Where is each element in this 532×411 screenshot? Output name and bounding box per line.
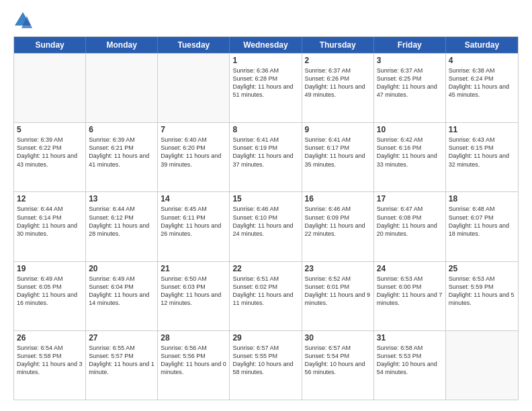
cell-info: Sunrise: 6:50 AMSunset: 6:03 PMDaylight:… bbox=[161, 275, 226, 308]
day-number: 19 bbox=[17, 264, 83, 273]
calendar-cell: 2Sunrise: 6:37 AMSunset: 6:26 PMDaylight… bbox=[302, 54, 374, 122]
cell-info: Sunrise: 6:54 AMSunset: 5:58 PMDaylight:… bbox=[17, 344, 83, 377]
day-number: 18 bbox=[449, 194, 515, 203]
day-number: 22 bbox=[232, 264, 298, 273]
calendar-cell: 13Sunrise: 6:44 AMSunset: 6:12 PMDayligh… bbox=[86, 192, 158, 261]
calendar-cell bbox=[446, 331, 518, 400]
cell-info: Sunrise: 6:49 AMSunset: 6:04 PMDaylight:… bbox=[89, 275, 154, 308]
calendar-cell: 11Sunrise: 6:43 AMSunset: 6:15 PMDayligh… bbox=[446, 123, 518, 191]
calendar-cell: 21Sunrise: 6:50 AMSunset: 6:03 PMDayligh… bbox=[158, 262, 230, 330]
cell-info: Sunrise: 6:46 AMSunset: 6:10 PMDaylight:… bbox=[232, 205, 298, 238]
calendar-cell: 7Sunrise: 6:40 AMSunset: 6:20 PMDaylight… bbox=[158, 123, 230, 191]
cell-info: Sunrise: 6:53 AMSunset: 5:59 PMDaylight:… bbox=[449, 275, 515, 308]
calendar-cell: 6Sunrise: 6:39 AMSunset: 6:21 PMDaylight… bbox=[86, 123, 158, 191]
calendar-body: 1Sunrise: 6:36 AMSunset: 6:28 PMDaylight… bbox=[14, 53, 518, 400]
calendar-row-5: 26Sunrise: 6:54 AMSunset: 5:58 PMDayligh… bbox=[14, 330, 518, 400]
calendar-cell: 25Sunrise: 6:53 AMSunset: 5:59 PMDayligh… bbox=[446, 262, 518, 330]
cell-info: Sunrise: 6:48 AMSunset: 6:07 PMDaylight:… bbox=[449, 205, 515, 238]
day-number: 1 bbox=[232, 56, 298, 65]
day-number: 10 bbox=[377, 125, 443, 134]
day-number: 24 bbox=[377, 264, 443, 273]
calendar-cell: 5Sunrise: 6:39 AMSunset: 6:22 PMDaylight… bbox=[14, 123, 86, 191]
header-day-tuesday: Tuesday bbox=[158, 37, 230, 53]
calendar-row-1: 1Sunrise: 6:36 AMSunset: 6:28 PMDaylight… bbox=[14, 53, 518, 122]
calendar-cell bbox=[86, 54, 158, 122]
cell-info: Sunrise: 6:56 AMSunset: 5:56 PMDaylight:… bbox=[161, 344, 226, 377]
cell-info: Sunrise: 6:44 AMSunset: 6:14 PMDaylight:… bbox=[17, 205, 83, 238]
calendar-row-2: 5Sunrise: 6:39 AMSunset: 6:22 PMDaylight… bbox=[14, 122, 518, 191]
day-number: 17 bbox=[377, 194, 443, 203]
day-number: 21 bbox=[161, 264, 226, 273]
day-number: 20 bbox=[89, 264, 154, 273]
calendar-cell: 23Sunrise: 6:52 AMSunset: 6:01 PMDayligh… bbox=[302, 262, 374, 330]
calendar-header: SundayMondayTuesdayWednesdayThursdayFrid… bbox=[14, 37, 518, 53]
logo-icon bbox=[13, 11, 32, 30]
cell-info: Sunrise: 6:55 AMSunset: 5:57 PMDaylight:… bbox=[89, 344, 154, 377]
day-number: 16 bbox=[305, 194, 371, 203]
header-day-monday: Monday bbox=[86, 37, 158, 53]
day-number: 11 bbox=[449, 125, 515, 134]
day-number: 27 bbox=[89, 333, 154, 342]
day-number: 2 bbox=[305, 56, 371, 65]
cell-info: Sunrise: 6:52 AMSunset: 6:01 PMDaylight:… bbox=[305, 275, 371, 308]
calendar-cell: 16Sunrise: 6:46 AMSunset: 6:09 PMDayligh… bbox=[302, 192, 374, 261]
header-day-sunday: Sunday bbox=[14, 37, 86, 53]
calendar-cell: 4Sunrise: 6:38 AMSunset: 6:24 PMDaylight… bbox=[446, 54, 518, 122]
calendar-cell: 17Sunrise: 6:47 AMSunset: 6:08 PMDayligh… bbox=[374, 192, 446, 261]
calendar-cell: 27Sunrise: 6:55 AMSunset: 5:57 PMDayligh… bbox=[86, 331, 158, 400]
cell-info: Sunrise: 6:57 AMSunset: 5:55 PMDaylight:… bbox=[232, 344, 298, 377]
day-number: 4 bbox=[449, 56, 515, 65]
calendar-cell: 1Sunrise: 6:36 AMSunset: 6:28 PMDaylight… bbox=[230, 54, 302, 122]
header bbox=[13, 11, 519, 30]
calendar-cell: 19Sunrise: 6:49 AMSunset: 6:05 PMDayligh… bbox=[14, 262, 86, 330]
header-day-wednesday: Wednesday bbox=[230, 37, 302, 53]
day-number: 14 bbox=[161, 194, 226, 203]
calendar-row-4: 19Sunrise: 6:49 AMSunset: 6:05 PMDayligh… bbox=[14, 261, 518, 330]
cell-info: Sunrise: 6:44 AMSunset: 6:12 PMDaylight:… bbox=[89, 205, 154, 238]
cell-info: Sunrise: 6:43 AMSunset: 6:15 PMDaylight:… bbox=[449, 136, 515, 169]
cell-info: Sunrise: 6:37 AMSunset: 6:25 PMDaylight:… bbox=[377, 66, 443, 99]
calendar-cell: 10Sunrise: 6:42 AMSunset: 6:16 PMDayligh… bbox=[374, 123, 446, 191]
calendar-cell: 14Sunrise: 6:45 AMSunset: 6:11 PMDayligh… bbox=[158, 192, 230, 261]
day-number: 15 bbox=[232, 194, 298, 203]
calendar-cell: 26Sunrise: 6:54 AMSunset: 5:58 PMDayligh… bbox=[14, 331, 86, 400]
day-number: 5 bbox=[17, 125, 83, 134]
cell-info: Sunrise: 6:41 AMSunset: 6:17 PMDaylight:… bbox=[305, 136, 371, 169]
day-number: 6 bbox=[89, 125, 154, 134]
calendar-cell: 29Sunrise: 6:57 AMSunset: 5:55 PMDayligh… bbox=[230, 331, 302, 400]
calendar-cell: 8Sunrise: 6:41 AMSunset: 6:19 PMDaylight… bbox=[230, 123, 302, 191]
day-number: 26 bbox=[17, 333, 83, 342]
day-number: 8 bbox=[232, 125, 298, 134]
day-number: 13 bbox=[89, 194, 154, 203]
calendar-cell: 12Sunrise: 6:44 AMSunset: 6:14 PMDayligh… bbox=[14, 192, 86, 261]
cell-info: Sunrise: 6:39 AMSunset: 6:22 PMDaylight:… bbox=[17, 136, 83, 169]
calendar-cell: 22Sunrise: 6:51 AMSunset: 6:02 PMDayligh… bbox=[230, 262, 302, 330]
calendar-cell: 18Sunrise: 6:48 AMSunset: 6:07 PMDayligh… bbox=[446, 192, 518, 261]
day-number: 12 bbox=[17, 194, 83, 203]
calendar-cell: 3Sunrise: 6:37 AMSunset: 6:25 PMDaylight… bbox=[374, 54, 446, 122]
cell-info: Sunrise: 6:42 AMSunset: 6:16 PMDaylight:… bbox=[377, 136, 443, 169]
day-number: 28 bbox=[161, 333, 226, 342]
header-day-saturday: Saturday bbox=[446, 37, 518, 53]
cell-info: Sunrise: 6:46 AMSunset: 6:09 PMDaylight:… bbox=[305, 205, 371, 238]
cell-info: Sunrise: 6:41 AMSunset: 6:19 PMDaylight:… bbox=[232, 136, 298, 169]
calendar-cell: 28Sunrise: 6:56 AMSunset: 5:56 PMDayligh… bbox=[158, 331, 230, 400]
cell-info: Sunrise: 6:49 AMSunset: 6:05 PMDaylight:… bbox=[17, 275, 83, 308]
calendar-cell: 15Sunrise: 6:46 AMSunset: 6:10 PMDayligh… bbox=[230, 192, 302, 261]
calendar-cell: 24Sunrise: 6:53 AMSunset: 6:00 PMDayligh… bbox=[374, 262, 446, 330]
calendar-cell: 31Sunrise: 6:58 AMSunset: 5:53 PMDayligh… bbox=[374, 331, 446, 400]
cell-info: Sunrise: 6:38 AMSunset: 6:24 PMDaylight:… bbox=[449, 66, 515, 99]
cell-info: Sunrise: 6:36 AMSunset: 6:28 PMDaylight:… bbox=[232, 66, 298, 99]
day-number: 29 bbox=[232, 333, 298, 342]
day-number: 25 bbox=[449, 264, 515, 273]
calendar-cell: 30Sunrise: 6:57 AMSunset: 5:54 PMDayligh… bbox=[302, 331, 374, 400]
day-number: 31 bbox=[377, 333, 443, 342]
day-number: 9 bbox=[305, 125, 371, 134]
calendar-cell bbox=[158, 54, 230, 122]
day-number: 23 bbox=[305, 264, 371, 273]
cell-info: Sunrise: 6:57 AMSunset: 5:54 PMDaylight:… bbox=[305, 344, 371, 377]
calendar-row-3: 12Sunrise: 6:44 AMSunset: 6:14 PMDayligh… bbox=[14, 191, 518, 261]
cell-info: Sunrise: 6:47 AMSunset: 6:08 PMDaylight:… bbox=[377, 205, 443, 238]
cell-info: Sunrise: 6:39 AMSunset: 6:21 PMDaylight:… bbox=[89, 136, 154, 169]
cell-info: Sunrise: 6:37 AMSunset: 6:26 PMDaylight:… bbox=[305, 66, 371, 99]
